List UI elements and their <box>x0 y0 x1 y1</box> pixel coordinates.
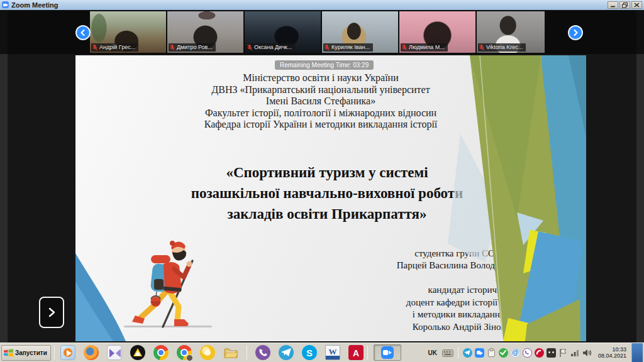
chevron-right-icon <box>47 307 57 318</box>
show-desktop-button[interactable] <box>631 343 643 362</box>
flag-icon[interactable] <box>558 348 568 358</box>
participant-name: Дмитро Ров... <box>177 43 213 52</box>
next-slide-button[interactable] <box>39 297 64 328</box>
system-tray: UK @ <box>426 343 644 362</box>
acrobat-glyph: A <box>353 348 359 358</box>
mic-off-icon <box>325 44 330 51</box>
play-icon <box>66 350 72 356</box>
aimp-icon[interactable] <box>130 345 145 360</box>
chrome-icon[interactable] <box>153 345 169 360</box>
volume-icon[interactable] <box>582 348 592 358</box>
chrome-profile-icon[interactable] <box>177 345 192 360</box>
skype-icon[interactable]: S <box>302 345 317 360</box>
hiker-illustration <box>116 226 220 336</box>
taskbar-separator <box>367 346 368 359</box>
participant-filmstrip: Андрій Грес... Дмитро Ров... Оксана Дичк… <box>8 10 636 54</box>
chrome-canary-icon[interactable] <box>200 345 215 360</box>
phone-icon <box>258 348 268 358</box>
viber-tray-icon[interactable] <box>523 348 532 358</box>
remaining-time-badge: Remaining Meeting Time: 03:29 <box>275 60 374 70</box>
file-manager-icon[interactable] <box>223 345 238 360</box>
restore-icon <box>622 3 628 8</box>
slide-decoration-right <box>423 55 586 341</box>
window-titlebar: Zoom Meeting <box>0 0 644 10</box>
word-icon[interactable]: W <box>325 345 340 360</box>
zoom-meeting-window: Zoom Meeting Андрій Грес... Дмитро Ров..… <box>0 0 644 362</box>
taskbar-active-window-zoom[interactable] <box>374 344 401 361</box>
swirl-tray-icon[interactable]: @ <box>511 348 520 358</box>
language-indicator[interactable]: UK <box>426 348 440 358</box>
participant-name: Андрій Грес... <box>99 43 135 52</box>
participant-video[interactable]: Viktoria Krec... <box>477 11 545 53</box>
zoom-app-icon <box>2 1 9 8</box>
start-label: Запустити <box>15 349 47 356</box>
taskbar: Запустити <box>0 343 644 362</box>
aimp-triangle <box>133 348 142 357</box>
mic-off-icon <box>402 44 407 51</box>
zoom-app-icon <box>381 346 394 359</box>
close-button[interactable] <box>631 1 642 9</box>
shared-screen-area: Remaining Meeting Time: 03:29 Міністерст… <box>0 54 644 343</box>
acrobat-icon[interactable]: A <box>348 345 364 360</box>
chevron-right-icon <box>572 29 579 36</box>
kmplayer-icon[interactable] <box>107 345 122 360</box>
viber-icon[interactable] <box>255 345 270 360</box>
telegram-tray-icon[interactable] <box>463 348 472 358</box>
chevron-left-icon <box>79 29 87 36</box>
screen-edge <box>636 54 644 343</box>
tray-date: 08.04.2021 <box>598 353 626 359</box>
mic-off-icon <box>247 44 252 51</box>
participant-name: Куриляк Іван... <box>331 43 370 52</box>
start-button[interactable]: Запустити <box>1 345 51 361</box>
mic-off-icon <box>170 44 175 51</box>
close-icon <box>634 3 640 8</box>
taskbar-separator <box>247 346 247 359</box>
tray-time: 10:33 <box>598 346 626 353</box>
filmstrip-prev-button[interactable] <box>75 25 91 40</box>
folder-icon <box>223 345 238 360</box>
paper-plane-icon <box>281 348 291 357</box>
clipboard-tray-icon[interactable] <box>487 348 496 358</box>
participant-video[interactable]: Людмила М... <box>399 11 475 53</box>
mic-off-icon <box>479 44 484 51</box>
taskbar-separator <box>54 346 55 359</box>
restore-button[interactable] <box>619 1 630 9</box>
participant-name: Людмила М... <box>409 43 445 52</box>
minimize-icon <box>610 3 616 8</box>
participant-video[interactable]: Оксана Дичк... <box>245 11 321 53</box>
telegram-icon[interactable] <box>279 345 294 360</box>
minimize-button[interactable] <box>608 1 618 9</box>
tray-clock[interactable]: 10:33 08.04.2021 <box>598 346 626 359</box>
word-glyph: W <box>328 347 336 356</box>
zoom-tray-icon[interactable] <box>475 348 484 358</box>
participant-video[interactable]: Андрій Грес... <box>90 11 166 53</box>
skype-glyph: S <box>306 348 313 358</box>
update-check-tray-icon[interactable] <box>499 348 508 358</box>
filmstrip-next-button[interactable] <box>568 25 583 40</box>
firefox-icon[interactable] <box>84 345 99 360</box>
messenger-dark-tray-icon[interactable] <box>547 348 556 358</box>
participant-name: Оксана Дичк... <box>254 43 292 52</box>
participant-name: Viktoria Krec... <box>486 43 523 52</box>
window-title: Zoom Meeting <box>11 0 58 10</box>
media-player-icon[interactable] <box>60 345 75 360</box>
network-signal-icon[interactable] <box>570 348 580 358</box>
bowtie-icon <box>109 349 121 358</box>
mic-off-icon <box>92 44 97 51</box>
profile-badge <box>186 354 193 361</box>
windows-logo-icon <box>4 349 13 357</box>
participant-video[interactable]: Дмитро Ров... <box>167 11 243 53</box>
presentation-slide: Remaining Meeting Time: 03:29 Міністерст… <box>75 55 586 341</box>
red-badge-tray-icon[interactable] <box>535 348 544 358</box>
participant-video[interactable]: Куриляк Іван... <box>322 11 398 53</box>
taskbar-separator <box>458 347 458 358</box>
swirl-glyph: @ <box>511 348 519 356</box>
screen-edge <box>0 54 8 343</box>
keyboard-icon[interactable] <box>442 348 453 358</box>
